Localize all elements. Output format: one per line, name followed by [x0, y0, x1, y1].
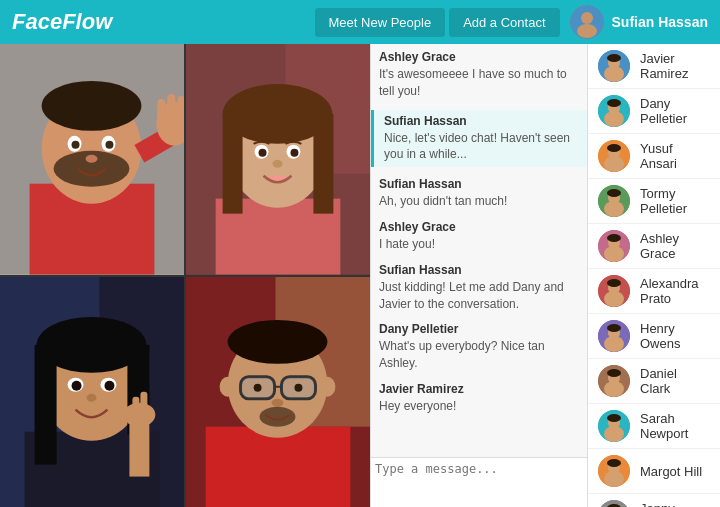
contact-avatar: [598, 140, 630, 172]
svg-point-58: [228, 319, 328, 363]
chat-input-area: [371, 457, 587, 507]
svg-point-8: [42, 81, 142, 131]
chat-text: Just kidding! Let me add Dany and Javier…: [379, 279, 579, 313]
svg-rect-51: [132, 396, 139, 416]
contact-item-5[interactable]: Alexandra Prato: [588, 269, 720, 314]
svg-point-96: [604, 336, 624, 352]
svg-rect-28: [223, 114, 243, 214]
chat-message-3: Ashley GraceI hate you!: [379, 220, 579, 253]
svg-point-73: [607, 54, 621, 62]
chat-message-6: Javier RamirezHey everyone!: [379, 382, 579, 415]
svg-point-89: [607, 234, 621, 242]
current-user: Sufian Hassan: [570, 5, 708, 39]
svg-point-97: [607, 324, 621, 332]
svg-point-101: [607, 369, 621, 377]
svg-point-104: [604, 426, 624, 442]
contact-name: Alexandra Prato: [640, 276, 710, 306]
contact-avatar: [598, 500, 630, 507]
svg-rect-19: [177, 96, 184, 119]
chat-panel: Ashley GraceIt's awesomeeee I have so mu…: [370, 44, 588, 507]
svg-point-77: [607, 99, 621, 107]
svg-point-34: [273, 160, 283, 168]
svg-point-33: [290, 149, 298, 157]
svg-point-84: [604, 201, 624, 217]
svg-point-92: [604, 291, 624, 307]
chat-text: What's up everybody? Nice tan Ashley.: [379, 338, 579, 372]
chat-text: It's awesomeeee I have so much to tell y…: [379, 66, 579, 100]
video-cell-1: [0, 44, 184, 275]
video-cell-3: [0, 277, 184, 508]
chat-input[interactable]: [375, 462, 583, 503]
contact-avatar: [598, 95, 630, 127]
svg-point-2: [577, 24, 597, 38]
contact-name: Daniel Clark: [640, 366, 710, 396]
svg-point-80: [604, 156, 624, 172]
contact-item-3[interactable]: Tormy Pelletier: [588, 179, 720, 224]
header: FaceFlow Meet New People Add a Contact S…: [0, 0, 720, 44]
chat-sender: Javier Ramirez: [379, 382, 579, 396]
svg-point-76: [604, 111, 624, 127]
contact-avatar: [598, 320, 630, 352]
chat-message-4: Sufian HassanJust kidding! Let me add Da…: [379, 263, 579, 313]
contact-item-6[interactable]: Henry Owens: [588, 314, 720, 359]
contact-item-4[interactable]: Ashley Grace: [588, 224, 720, 269]
chat-message-5: Dany PelletierWhat's up everybody? Nice …: [379, 322, 579, 372]
contact-avatar: [598, 185, 630, 217]
svg-point-66: [254, 383, 262, 391]
contact-avatar: [598, 275, 630, 307]
svg-point-81: [607, 144, 621, 152]
chat-text: Hey everyone!: [379, 398, 579, 415]
svg-point-93: [607, 279, 621, 287]
contact-avatar: [598, 455, 630, 487]
contact-item-10[interactable]: Jonny Dowling: [588, 494, 720, 507]
main-layout: Ashley GraceIt's awesomeeee I have so mu…: [0, 44, 720, 507]
svg-point-67: [294, 383, 302, 391]
svg-point-46: [72, 380, 82, 390]
chat-text: I hate you!: [379, 236, 579, 253]
video-cell-4: [186, 277, 370, 508]
contact-name: Henry Owens: [640, 321, 710, 351]
contact-name: Yusuf Ansari: [640, 141, 710, 171]
contact-avatar: [598, 365, 630, 397]
add-contact-button[interactable]: Add a Contact: [449, 8, 559, 37]
contact-avatar: [598, 410, 630, 442]
contact-name: Tormy Pelletier: [640, 186, 710, 216]
contact-name: Margot Hill: [640, 464, 702, 479]
contacts-panel: Javier Ramirez Dany Pelletier Yusuf Ansa…: [588, 44, 720, 507]
contact-item-1[interactable]: Dany Pelletier: [588, 89, 720, 134]
current-user-name: Sufian Hassan: [612, 14, 708, 30]
svg-rect-18: [167, 94, 175, 119]
svg-rect-17: [157, 99, 165, 121]
svg-rect-42: [35, 344, 57, 464]
svg-point-14: [86, 155, 98, 163]
chat-sender: Ashley Grace: [379, 220, 579, 234]
contact-item-7[interactable]: Daniel Clark: [588, 359, 720, 404]
chat-messages[interactable]: Ashley GraceIt's awesomeeee I have so mu…: [371, 44, 587, 457]
svg-point-32: [259, 149, 267, 157]
contact-avatar: [598, 230, 630, 262]
contact-avatar: [598, 50, 630, 82]
meet-new-people-button[interactable]: Meet New People: [315, 8, 446, 37]
svg-point-100: [604, 381, 624, 397]
svg-point-47: [104, 380, 114, 390]
contact-name: Sarah Newport: [640, 411, 710, 441]
contact-name: Jonny Dowling: [640, 501, 710, 507]
video-cell-2: [186, 44, 370, 275]
svg-point-60: [319, 376, 335, 396]
logo: FaceFlow: [12, 9, 311, 35]
svg-point-105: [607, 414, 621, 422]
chat-message-0: Ashley GraceIt's awesomeeee I have so mu…: [379, 50, 579, 100]
svg-point-108: [604, 471, 624, 487]
chat-message-1: Sufian HassanNice, let's video chat! Hav…: [371, 110, 587, 168]
svg-rect-55: [206, 426, 351, 507]
chat-sender: Sufian Hassan: [384, 114, 581, 128]
contact-item-2[interactable]: Yusuf Ansari: [588, 134, 720, 179]
svg-point-1: [581, 12, 593, 24]
contact-item-8[interactable]: Sarah Newport: [588, 404, 720, 449]
svg-point-12: [72, 141, 80, 149]
current-user-avatar: [570, 5, 604, 39]
contact-item-9[interactable]: Margot Hill: [588, 449, 720, 494]
contact-item-0[interactable]: Javier Ramirez: [588, 44, 720, 89]
svg-point-48: [87, 393, 97, 401]
chat-text: Ah, you didn't tan much!: [379, 193, 579, 210]
